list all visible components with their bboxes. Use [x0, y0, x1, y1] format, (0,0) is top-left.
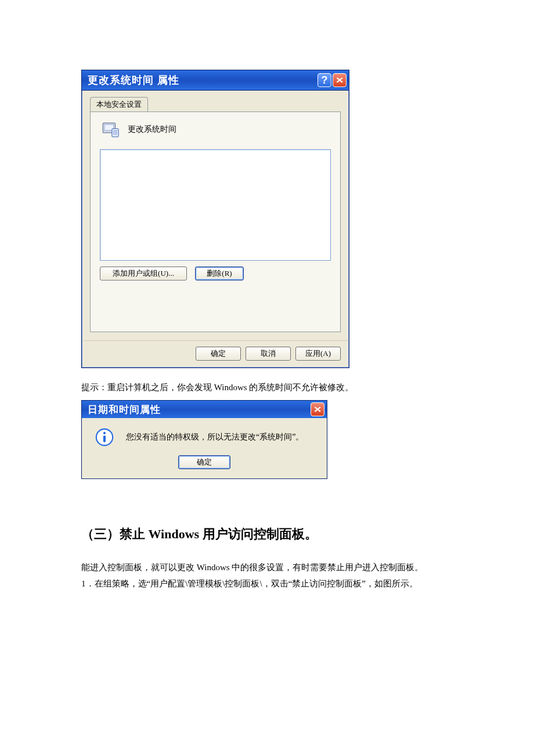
tab-body: 更改系统时间 添加用户或组(U)... 删除(R) [90, 111, 341, 332]
policy-header-row: 更改系统时间 [100, 119, 331, 140]
dialog2-button-row: 确定 [82, 453, 327, 478]
tab-strip: 本地安全设置 [90, 97, 341, 112]
apply-button[interactable]: 应用(A) [295, 347, 341, 361]
ok-button[interactable]: 确定 [196, 347, 241, 361]
dialog1-footer: 确定 取消 应用(A) [82, 340, 349, 368]
help-button[interactable]: ? [317, 73, 331, 87]
svg-point-7 [103, 432, 106, 434]
change-system-time-properties-dialog: 更改系统时间 属性 ? ✕ 本地安全设置 [81, 70, 349, 368]
dialog2-titlebar[interactable]: 日期和时间属性 ✕ [82, 401, 327, 418]
dialog2-title: 日期和时间属性 [88, 403, 309, 416]
info-icon [95, 427, 114, 447]
hint-text: 提示：重启计算机之后，你会发现 Windows 的系统时间不允许被修改。 [81, 382, 453, 393]
dialog1-client: 本地安全设置 更改系统时间 [82, 91, 349, 340]
date-time-properties-dialog: 日期和时间属性 ✕ 您没有适当的特权级，所以无法更改“系统时间”。 确定 [81, 400, 327, 479]
close-button[interactable]: ✕ [311, 402, 324, 416]
users-groups-listbox[interactable] [100, 149, 331, 261]
tab-label: 本地安全设置 [96, 100, 142, 109]
svg-rect-2 [112, 129, 118, 137]
remove-button[interactable]: 删除(R) [195, 267, 244, 280]
cancel-button[interactable]: 取消 [246, 347, 291, 361]
ok-button[interactable]: 确定 [178, 455, 230, 469]
listbox-button-row: 添加用户或组(U)... 删除(R) [100, 267, 331, 280]
dialog2-message: 您没有适当的特权级，所以无法更改“系统时间”。 [126, 432, 304, 442]
svg-rect-8 [103, 435, 106, 442]
dialog2-body: 您没有适当的特权级，所以无法更改“系统时间”。 [82, 418, 327, 453]
policy-icon [100, 119, 121, 140]
close-button[interactable]: ✕ [333, 73, 347, 87]
section-heading: （三）禁止 Windows 用户访问控制面板。 [81, 525, 453, 543]
dialog1-titlebar[interactable]: 更改系统时间 属性 ? ✕ [82, 70, 349, 91]
section-paragraph-2: 1．在组策略，选“用户配置\管理模板\控制面板\，双击“禁止访问控制面板”，如图… [81, 577, 453, 591]
policy-name: 更改系统时间 [128, 124, 176, 135]
section-paragraph-1: 能进入控制面板，就可以更改 Windows 中的很多设置，有时需要禁止用户进入控… [81, 560, 453, 574]
dialog1-title: 更改系统时间 属性 [88, 73, 316, 87]
add-user-or-group-button[interactable]: 添加用户或组(U)... [100, 267, 187, 280]
tab-local-security-settings[interactable]: 本地安全设置 [90, 97, 148, 112]
